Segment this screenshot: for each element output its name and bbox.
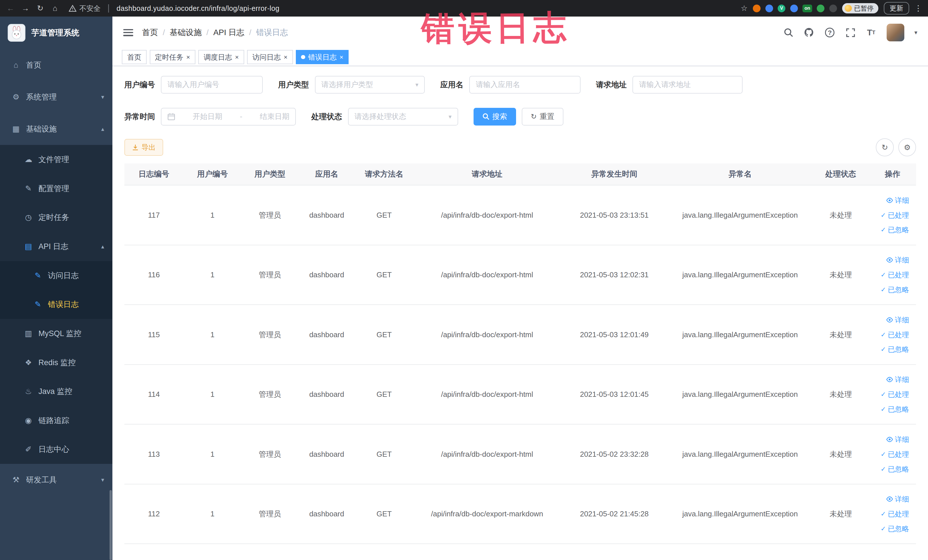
user-id-input[interactable] bbox=[168, 81, 256, 89]
grid-extension-icon[interactable] bbox=[790, 5, 798, 12]
sidebar-item-0[interactable]: ⌂首页 bbox=[0, 49, 112, 81]
detail-link-label: 详细 bbox=[895, 315, 909, 325]
sidebar-item-8[interactable]: ✎错误日志 bbox=[0, 290, 112, 319]
detail-link[interactable]: 详细 bbox=[872, 372, 909, 387]
processed-link[interactable]: ✓ 已处理 bbox=[872, 447, 909, 462]
detail-link[interactable]: 详细 bbox=[872, 312, 909, 327]
detail-link-label: 详细 bbox=[895, 375, 909, 384]
search-button[interactable]: 搜索 bbox=[473, 108, 516, 125]
processed-link[interactable]: ✓ 已处理 bbox=[872, 327, 909, 342]
help-icon[interactable]: ? bbox=[824, 27, 835, 38]
breadcrumb-item-3: 错误日志 bbox=[256, 27, 288, 38]
processed-link[interactable]: ✓ 已处理 bbox=[872, 208, 909, 223]
sidebar-item-3[interactable]: ☁文件管理 bbox=[0, 145, 112, 174]
tab-0[interactable]: 首页 bbox=[122, 50, 147, 64]
search-icon[interactable] bbox=[783, 27, 794, 38]
request-url-input[interactable] bbox=[639, 81, 736, 89]
sidebar-item-4[interactable]: ✎配置管理 bbox=[0, 174, 112, 203]
leaf-extension-icon[interactable] bbox=[817, 5, 824, 12]
detail-link[interactable]: 详细 bbox=[872, 253, 909, 268]
address-url[interactable]: dashboard.yudao.iocoder.cn/infra/log/api… bbox=[116, 4, 279, 12]
app-name-input[interactable] bbox=[476, 81, 574, 89]
sidebar-item-10[interactable]: ❖Redis 监控 bbox=[0, 348, 112, 377]
chevron-down-icon: ▾ bbox=[101, 476, 104, 483]
forward-icon[interactable]: → bbox=[21, 4, 30, 13]
eye-icon bbox=[886, 436, 893, 443]
bookmark-star-icon[interactable]: ☆ bbox=[740, 4, 748, 13]
ignored-link[interactable]: ✓ 已忽略 bbox=[872, 402, 909, 417]
sidebar-item-1[interactable]: ⚙系统管理▾ bbox=[0, 81, 112, 113]
reset-button[interactable]: ↻ 重置 bbox=[522, 108, 563, 125]
ignored-link[interactable]: ✓ 已忽略 bbox=[872, 522, 909, 536]
table-row: 113 1 管理员 dashboard GET /api/infra/db-do… bbox=[124, 424, 916, 484]
detail-link[interactable]: 详细 bbox=[872, 432, 909, 447]
tab-2[interactable]: 调度日志× bbox=[198, 50, 244, 64]
sidebar-item-11[interactable]: ♨Java 监控 bbox=[0, 377, 112, 406]
sidebar-item-5[interactable]: ◷定时任务 bbox=[0, 203, 112, 232]
tab-close-icon[interactable]: × bbox=[235, 54, 239, 61]
browser-menu-icon[interactable]: ⋮ bbox=[914, 4, 922, 13]
breadcrumb-separator: / bbox=[163, 28, 165, 37]
fullscreen-icon[interactable] bbox=[845, 27, 856, 38]
process-status-select-input[interactable] bbox=[354, 112, 445, 121]
app-logo[interactable]: 芋道管理系统 bbox=[0, 17, 112, 49]
sidebar: 芋道管理系统 ⌂首页⚙系统管理▾▦基础设施▴☁文件管理✎配置管理◷定时任务▤AP… bbox=[0, 17, 112, 560]
refresh-table-button[interactable]: ↻ bbox=[876, 138, 893, 156]
processed-link[interactable]: ✓ 已处理 bbox=[872, 268, 909, 282]
profile-paused-badge[interactable]: 已暂停 bbox=[842, 3, 878, 13]
sidebar-scrollbar[interactable] bbox=[110, 490, 112, 560]
processed-link[interactable]: ✓ 已处理 bbox=[872, 507, 909, 522]
paw-extension-icon[interactable] bbox=[829, 5, 837, 12]
detail-link[interactable]: 详细 bbox=[872, 492, 909, 507]
cell-exception-time: 2021-05-02 23:32:28 bbox=[561, 424, 667, 484]
ignored-link[interactable]: ✓ 已忽略 bbox=[872, 282, 909, 297]
github-icon[interactable] bbox=[804, 27, 814, 38]
collapse-sidebar-icon[interactable] bbox=[123, 29, 133, 36]
on-extension-icon[interactable]: on bbox=[803, 5, 812, 12]
processed-link-label: 已处理 bbox=[888, 509, 909, 519]
reload-icon[interactable]: ↻ bbox=[35, 4, 45, 13]
process-status-select[interactable]: ▾ bbox=[348, 108, 458, 125]
breadcrumb-item-1[interactable]: 基础设施 bbox=[170, 27, 202, 38]
exception-time-range-picker[interactable]: 开始日期 - 结束日期 bbox=[161, 108, 296, 125]
tab-close-icon[interactable]: × bbox=[284, 54, 288, 61]
ignored-link[interactable]: ✓ 已忽略 bbox=[872, 462, 909, 476]
tab-close-icon[interactable]: × bbox=[186, 54, 190, 61]
error-log-page: 用户编号 用户类型 ▾ 应用名 请求地址 bbox=[112, 66, 928, 560]
ignored-link[interactable]: ✓ 已忽略 bbox=[872, 342, 909, 357]
sidebar-item-6[interactable]: ▤API 日志▴ bbox=[0, 232, 112, 261]
check-icon: ✓ bbox=[881, 331, 886, 339]
home-icon[interactable]: ⌂ bbox=[50, 4, 60, 13]
breadcrumb-item-0[interactable]: 首页 bbox=[142, 27, 158, 38]
cell-log-id: 116 bbox=[124, 245, 183, 305]
v-extension-icon[interactable]: V bbox=[778, 5, 785, 12]
sidebar-item-2[interactable]: ▦基础设施▴ bbox=[0, 113, 112, 145]
avatar-caret-icon[interactable]: ▾ bbox=[914, 29, 917, 36]
sidebar-item-9[interactable]: ▥MySQL 监控 bbox=[0, 319, 112, 348]
waterdrop-extension-icon[interactable] bbox=[765, 5, 773, 12]
tab-close-icon[interactable]: × bbox=[339, 54, 343, 61]
export-button[interactable]: 导出 bbox=[124, 139, 163, 156]
security-indicator[interactable]: 不安全 bbox=[69, 4, 101, 13]
tab-3[interactable]: 访问日志× bbox=[247, 50, 293, 64]
user-type-select-input[interactable] bbox=[321, 81, 412, 89]
tab-1[interactable]: 定时任务× bbox=[150, 50, 195, 64]
check-icon: ✓ bbox=[881, 450, 886, 458]
breadcrumb-item-2[interactable]: API 日志 bbox=[214, 27, 244, 38]
user-type-select[interactable]: ▾ bbox=[315, 76, 425, 93]
back-icon[interactable]: ← bbox=[6, 4, 15, 13]
sidebar-item-14[interactable]: ⚒研发工具▾ bbox=[0, 464, 112, 496]
sidebar-item-13[interactable]: ✐日志中心 bbox=[0, 435, 112, 464]
detail-link[interactable]: 详细 bbox=[872, 193, 909, 208]
sidebar-item-7[interactable]: ✎访问日志 bbox=[0, 261, 112, 290]
ignored-link[interactable]: ✓ 已忽略 bbox=[872, 223, 909, 237]
font-size-icon[interactable]: TT bbox=[866, 27, 876, 38]
cell-method: GET bbox=[355, 305, 413, 365]
tab-4[interactable]: 错误日志× bbox=[296, 50, 349, 64]
column-settings-button[interactable]: ⚙ bbox=[898, 138, 916, 156]
adblock-extension-icon[interactable] bbox=[753, 5, 760, 12]
sidebar-item-12[interactable]: ◉链路追踪 bbox=[0, 406, 112, 435]
user-avatar[interactable] bbox=[887, 24, 904, 41]
browser-update-button[interactable]: 更新 bbox=[884, 2, 909, 15]
processed-link[interactable]: ✓ 已处理 bbox=[872, 387, 909, 402]
